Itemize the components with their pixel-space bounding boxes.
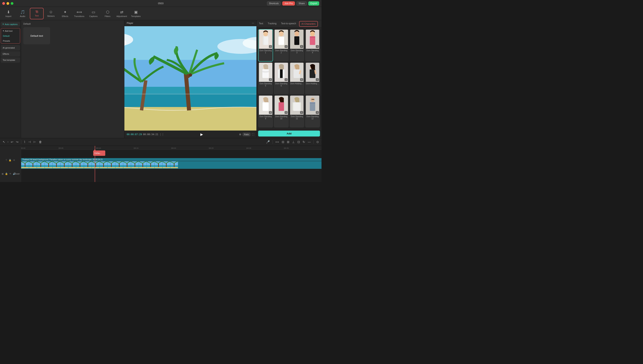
character-card-9[interactable]: ⬇ Dom-Standing 9 <box>258 95 273 128</box>
character-card-7[interactable]: ⬇ Dom-Holding ... <box>289 62 304 95</box>
shortcuts-button[interactable]: Shortcuts <box>267 1 281 6</box>
crop-icon[interactable]: ⊞ <box>239 133 241 136</box>
tab-tts[interactable]: Text-to-speech <box>279 20 298 28</box>
character-card-4[interactable]: ⬇ Dom-Standing 4 <box>305 29 320 62</box>
select-dropdown[interactable]: ▾ <box>8 141 9 143</box>
download-icon-5[interactable]: ⬇ <box>269 78 272 81</box>
play-button[interactable]: ▶ <box>200 132 203 136</box>
toolbar-adjustment[interactable]: ⇄ Adjustment <box>115 8 129 19</box>
text-icon: TI <box>36 10 38 14</box>
delete-button[interactable]: 🗑 <box>38 140 43 144</box>
ai-generated-button[interactable]: AI generated <box>1 45 20 50</box>
character-card-12[interactable]: ⬇ Dom-Standing 12 <box>305 95 320 128</box>
add-character-button[interactable]: Add <box>258 130 320 136</box>
mic-button[interactable]: 🎤 <box>265 139 271 144</box>
download-icon-7[interactable]: ⬇ <box>300 78 303 81</box>
download-icon-2[interactable]: ⬇ <box>284 45 288 48</box>
toolbar-effects[interactable]: ✦ Effects <box>58 8 72 19</box>
separator-3 <box>313 140 314 144</box>
character-img-7: ⬇ <box>290 63 304 82</box>
main-layout: ✦ Auto captions ▾ Add text Default Prese… <box>0 20 322 138</box>
video-thumbnails[interactable] <box>21 161 322 169</box>
character-card-8[interactable]: ⬇ Dom-Holding ... <box>305 62 320 95</box>
download-icon-6[interactable]: ⬇ <box>284 78 288 81</box>
video-track-audio-icon[interactable]: 🔊 <box>13 172 16 176</box>
zoom-out-button[interactable]: ⊟ <box>281 139 285 144</box>
minimize-button[interactable] <box>7 2 9 5</box>
toolbar-filters[interactable]: ⬡ Filters <box>101 8 114 19</box>
export-button[interactable]: Export <box>308 1 319 6</box>
svg-rect-86 <box>72 163 73 167</box>
download-icon-8[interactable]: ⬇ <box>316 78 319 81</box>
tab-ai-characters[interactable]: AI Characters <box>299 21 318 27</box>
grid-icon[interactable]: ⋮⋮ <box>159 133 164 136</box>
download-icon-1[interactable]: ⬇ <box>269 45 272 48</box>
select-tool[interactable]: ↖ <box>2 139 6 144</box>
right-panel: Text Tracking Text-to-speech AI Characte… <box>256 20 322 138</box>
tab-text[interactable]: Text <box>257 20 265 28</box>
trim-left-button[interactable]: ⊣ <box>27 139 32 144</box>
text-track-visibility-icon[interactable]: 👁 <box>13 158 16 162</box>
download-icon-9[interactable]: ⬇ <box>269 111 272 114</box>
svg-rect-77 <box>53 167 60 168</box>
default-text-card[interactable]: Default text <box>23 27 50 44</box>
text-track-type-icon[interactable]: T <box>5 158 7 162</box>
loop-button[interactable]: ↻ <box>302 139 306 144</box>
ratio-button[interactable]: Ratio <box>243 133 250 136</box>
text-track-lock-icon[interactable]: 🔒 <box>8 158 12 162</box>
download-icon-12[interactable]: ⬇ <box>316 111 319 114</box>
tab-tracking[interactable]: Tracking <box>265 20 279 28</box>
audio-icon: 🎵 <box>20 10 25 14</box>
download-icon-3[interactable]: ⬇ <box>300 45 303 48</box>
close-button[interactable] <box>2 2 5 5</box>
player-menu-icon[interactable]: ⋯ <box>252 22 254 24</box>
snap-button[interactable]: ⊡ <box>297 139 301 144</box>
toolbar-captions[interactable]: ▭ Captions <box>87 8 100 19</box>
fit-width-button[interactable]: ⟺ <box>275 140 280 144</box>
trim-right-button[interactable]: ⊢ <box>33 139 37 144</box>
download-icon-10[interactable]: ⬇ <box>284 111 288 114</box>
character-card-2[interactable]: ⬇ Dom-Standing 2 <box>274 29 289 62</box>
zoom-in-button[interactable]: ⊞ <box>286 139 290 144</box>
svg-rect-125 <box>147 167 154 168</box>
video-track-visibility-icon[interactable]: 👁 <box>9 172 12 176</box>
align-button[interactable]: ⊥ <box>291 139 295 144</box>
download-icon-11[interactable]: ⬇ <box>300 111 303 114</box>
toolbar-import[interactable]: ⬇ Import <box>2 8 15 19</box>
character-card-6[interactable]: ⬇ Dom-Standing 6 <box>274 62 289 95</box>
presets-item[interactable]: Presets <box>1 38 20 44</box>
text-template-button[interactable]: Text template <box>1 57 20 63</box>
svg-rect-20 <box>278 36 284 45</box>
toolbar-text[interactable]: TI Text <box>30 8 44 19</box>
share-button[interactable]: Share <box>296 1 307 6</box>
character-card-11[interactable]: ⬇ Dom-Standing 11 <box>289 95 304 128</box>
thumb-4 <box>45 161 53 168</box>
download-icon-4[interactable]: ⬇ <box>316 45 319 48</box>
add-text-header[interactable]: ▾ Add text <box>1 28 20 34</box>
toolbar-audio[interactable]: 🎵 Audio <box>16 8 30 19</box>
character-card-5[interactable]: ⬇ Dom-Standing 5 <box>258 62 273 95</box>
svg-rect-78 <box>56 163 57 167</box>
character-card-3[interactable]: ⬇ Dom-Standing 3 <box>289 29 304 62</box>
zoom-level-button[interactable]: — <box>307 140 311 144</box>
effects-button[interactable]: Effects <box>1 51 20 56</box>
joinpro-button[interactable]: Join Pro <box>282 1 295 6</box>
undo-button[interactable]: ↩ <box>10 139 14 144</box>
fullscreen-icon[interactable]: ⛶ <box>252 133 254 136</box>
toolbar-stickers[interactable]: ☺ Stickers <box>44 8 58 19</box>
auto-captions-button[interactable]: ✦ Auto captions <box>1 22 20 26</box>
redo-button[interactable]: ↪ <box>15 139 19 144</box>
settings-button[interactable]: ⊙ <box>315 139 319 144</box>
player-video <box>124 26 256 130</box>
character-card-1[interactable]: ⬇ Dom-Standing 1 <box>258 29 273 62</box>
ruler-mark-4: |00:20 <box>171 147 176 149</box>
character-card-10[interactable]: ⬇ Dom-Standing 10 <box>274 95 289 128</box>
toolbar-templates[interactable]: ▣ Templates <box>129 8 143 19</box>
split-button[interactable]: ⌇ <box>23 139 26 144</box>
video-track-lock-icon[interactable]: 🔒 <box>5 172 8 176</box>
timeline-content: T 🔒 👁 Cover ▣ 🔒 👁 🔊 0 <box>0 146 322 182</box>
default-item[interactable]: Default <box>1 34 20 38</box>
maximize-button[interactable] <box>11 2 14 5</box>
toolbar-transitions[interactable]: ⟺ Transitions <box>72 8 86 19</box>
video-track-type-icon[interactable]: ▣ <box>1 172 4 176</box>
